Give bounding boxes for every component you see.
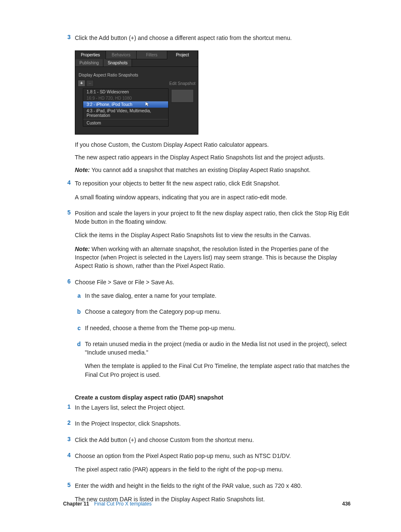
dar-3-text: Click the Add button (+) and choose Cust… bbox=[75, 436, 351, 444]
edit-snapshot-button[interactable]: Edit Snapshot bbox=[169, 81, 195, 86]
step-body: Choose an option from the Pixel Aspect R… bbox=[75, 452, 351, 479]
tab-behaviors[interactable]: Behaviors bbox=[106, 51, 137, 59]
step-6: 6 Choose File > Save or File > Save As. … bbox=[63, 278, 351, 386]
menu-item-iphone[interactable]: 3:2 - iPhone, iPod Touch bbox=[83, 101, 168, 108]
step-5-text: Position and scale the layers in your pr… bbox=[75, 209, 351, 226]
sub-body: Choose a category from the Category pop-… bbox=[85, 307, 351, 321]
sub-b: b Choose a category from the Category po… bbox=[75, 307, 351, 321]
menu-item-ipad[interactable]: 4:3 - iPad, iPod Video, Multimedia, Pres… bbox=[83, 108, 168, 119]
dar-2-text: In the Project Inspector, click Snapshot… bbox=[75, 419, 351, 428]
menu-separator bbox=[83, 119, 168, 119]
step-3-note: Note: You cannot add a snapshot that mat… bbox=[75, 167, 351, 173]
step-number: 5 bbox=[63, 209, 71, 275]
step-5-after: Click the items in the Display Aspect Ra… bbox=[75, 231, 351, 239]
step-5-note: Note: When working with an alternate sna… bbox=[75, 245, 351, 270]
remove-button[interactable]: – bbox=[86, 80, 94, 87]
page-footer: Chapter 11 Final Cut Pro X templates 436 bbox=[63, 501, 351, 507]
add-button[interactable]: + bbox=[78, 80, 85, 87]
chapter-label: Chapter 11 bbox=[63, 501, 89, 507]
tab-project[interactable]: Project bbox=[167, 51, 198, 59]
dar-step-4: 4 Choose an option from the Pixel Aspect… bbox=[63, 452, 351, 479]
section-title: Display Aspect Ratio Snapshots bbox=[75, 67, 198, 80]
inspector-subtabs: Publishing Snapshots bbox=[75, 59, 198, 67]
dar-4-text: Choose an option from the Pixel Aspect R… bbox=[75, 452, 351, 460]
step-body: Click the Add button (+) and choose Cust… bbox=[75, 436, 351, 449]
sub-body: In the save dialog, enter a name for you… bbox=[85, 291, 351, 305]
tab-properties[interactable]: Properties bbox=[75, 51, 106, 59]
sub-d-after: When the template is applied to the Fina… bbox=[85, 362, 351, 379]
step-body: To reposition your objects to better fit… bbox=[75, 179, 351, 206]
sub-a-text: In the save dialog, enter a name for you… bbox=[85, 291, 351, 300]
note-text: You cannot add a snapshot that matches a… bbox=[92, 167, 311, 173]
step-number: 3 bbox=[63, 436, 71, 449]
step-number: 1 bbox=[63, 403, 71, 417]
sub-c-text: If needed, choose a theme from the Theme… bbox=[85, 324, 351, 332]
menu-item-custom[interactable]: Custom bbox=[83, 120, 168, 126]
sub-b-text: Choose a category from the Category pop-… bbox=[85, 307, 351, 316]
step-3-text: Click the Add button (+) and choose a di… bbox=[75, 34, 351, 42]
step-4-text: To reposition your objects to better fit… bbox=[75, 179, 351, 188]
menu-item-hd[interactable]: 16:9 - HD 720, HD 1080 bbox=[83, 95, 168, 101]
inspector-tabs: Properties Behaviors Filters Project bbox=[75, 51, 198, 59]
step-number: 2 bbox=[63, 419, 71, 433]
sub-d: d To retain unused media in the project … bbox=[75, 340, 351, 384]
snapshot-preview bbox=[171, 89, 194, 103]
menu-item-iphone-label: 3:2 - iPhone, iPod Touch bbox=[87, 102, 132, 107]
step-body: In the Layers list, select the Project o… bbox=[75, 403, 351, 417]
sub-letter: a bbox=[75, 291, 81, 305]
dar-1-text: In the Layers list, select the Project o… bbox=[75, 403, 351, 412]
sub-body: If needed, choose a theme from the Theme… bbox=[85, 324, 351, 337]
aspect-ratio-menu: 1.8:1 - SD Widescreen 16:9 - HD 720, HD … bbox=[83, 88, 169, 127]
step-body: Choose File > Save or File > Save As. a … bbox=[75, 278, 351, 386]
step-5: 5 Position and scale the layers in your … bbox=[63, 209, 351, 275]
sub-c: c If needed, choose a theme from the The… bbox=[75, 324, 351, 337]
dar-step-2: 2 In the Project Inspector, click Snapsh… bbox=[63, 419, 351, 433]
step-3: 3 Click the Add button (+) and choose a … bbox=[63, 34, 351, 47]
step-3-after-1: If you chose Custom, the Custom Display … bbox=[75, 141, 351, 148]
section-heading-dar: Create a custom display aspect ratio (DA… bbox=[75, 394, 351, 401]
note-label: Note: bbox=[75, 246, 92, 252]
sub-a: a In the save dialog, enter a name for y… bbox=[75, 291, 351, 305]
cursor-icon bbox=[145, 102, 150, 108]
sub-letter: d bbox=[75, 340, 81, 384]
subtab-publishing[interactable]: Publishing bbox=[75, 59, 103, 66]
step-3-after-2: The new aspect ratio appears in the Disp… bbox=[75, 154, 351, 161]
chapter-title[interactable]: Final Cut Pro X templates bbox=[94, 501, 152, 507]
dar-5-text: Enter the width and height in the fields… bbox=[75, 482, 351, 490]
menu-item-sd-widescreen[interactable]: 1.8:1 - SD Widescreen bbox=[83, 89, 168, 95]
dar-step-3: 3 Click the Add button (+) and choose Cu… bbox=[63, 436, 351, 449]
step-number: 4 bbox=[63, 179, 71, 206]
step-body: In the Project Inspector, click Snapshot… bbox=[75, 419, 351, 433]
sub-letter: c bbox=[75, 324, 81, 337]
svg-marker-0 bbox=[145, 102, 149, 106]
dar-step-1: 1 In the Layers list, select the Project… bbox=[63, 403, 351, 417]
step-body: Position and scale the layers in your pr… bbox=[75, 209, 351, 275]
note-label: Note: bbox=[75, 167, 92, 173]
sub-body: To retain unused media in the project (m… bbox=[85, 340, 351, 384]
tab-filters[interactable]: Filters bbox=[137, 51, 167, 59]
inspector-screenshot: Properties Behaviors Filters Project Pub… bbox=[75, 50, 198, 135]
step-6-text: Choose File > Save or File > Save As. bbox=[75, 278, 351, 286]
sub-d-text: To retain unused media in the project (m… bbox=[85, 340, 351, 357]
sub-letter: b bbox=[75, 307, 81, 321]
snapshot-toolbar: + – Edit Snapshot bbox=[75, 80, 198, 88]
step-number: 3 bbox=[63, 34, 71, 47]
step-4-after: A small floating window appears, indicat… bbox=[75, 193, 351, 201]
dar-4-after: The pixel aspect ratio (PAR) appears in … bbox=[75, 465, 351, 474]
step-number: 4 bbox=[63, 452, 71, 479]
step-text: Click the Add button (+) and choose a di… bbox=[75, 34, 351, 47]
step-number: 6 bbox=[63, 278, 71, 386]
page: 3 Click the Add button (+) and choose a … bbox=[0, 0, 401, 532]
subtab-snapshots[interactable]: Snapshots bbox=[103, 59, 132, 66]
note-text: When working with an alternate snapshot,… bbox=[75, 246, 337, 270]
step-4: 4 To reposition your objects to better f… bbox=[63, 179, 351, 206]
page-number: 436 bbox=[342, 501, 351, 507]
